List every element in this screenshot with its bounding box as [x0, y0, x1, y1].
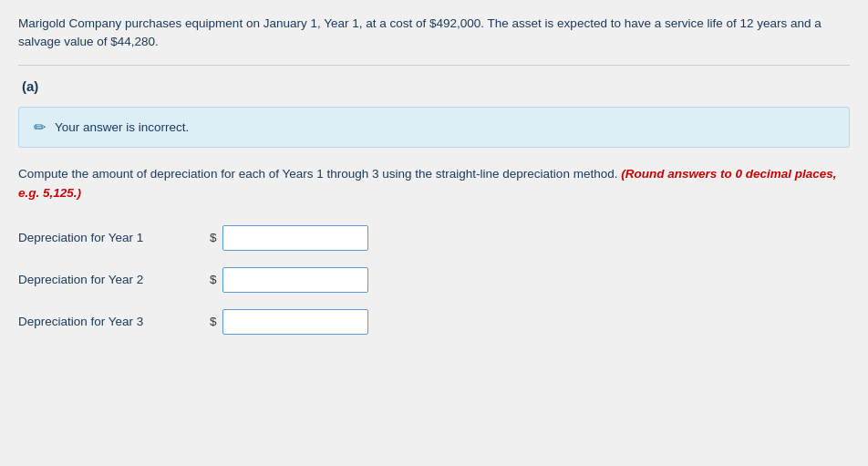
depreciation-label-2: Depreciation for Year 2: [18, 273, 210, 286]
depreciation-input-1[interactable]: [222, 225, 368, 251]
divider: [18, 65, 850, 66]
page-container: Marigold Company purchases equipment on …: [0, 0, 868, 466]
dollar-sign-2: $: [210, 273, 217, 286]
depreciation-row-2: Depreciation for Year 2 $: [18, 267, 850, 293]
section-label: (a): [18, 78, 850, 94]
depreciation-input-2[interactable]: [222, 267, 368, 293]
instructions-main: Compute the amount of depreciation for e…: [18, 167, 617, 181]
depreciation-label-3: Depreciation for Year 3: [18, 315, 210, 328]
depreciation-input-3[interactable]: [222, 309, 368, 335]
pencil-icon: ✏: [34, 119, 46, 136]
depreciation-row-3: Depreciation for Year 3 $: [18, 309, 850, 335]
instructions: Compute the amount of depreciation for e…: [18, 164, 850, 203]
answer-feedback-box: ✏ Your answer is incorrect.: [18, 107, 850, 148]
dollar-sign-1: $: [210, 231, 217, 244]
dollar-sign-3: $: [210, 315, 217, 328]
depreciation-label-1: Depreciation for Year 1: [18, 231, 210, 244]
feedback-text: Your answer is incorrect.: [55, 120, 189, 134]
problem-statement: Marigold Company purchases equipment on …: [18, 15, 850, 52]
depreciation-row-1: Depreciation for Year 1 $: [18, 225, 850, 251]
